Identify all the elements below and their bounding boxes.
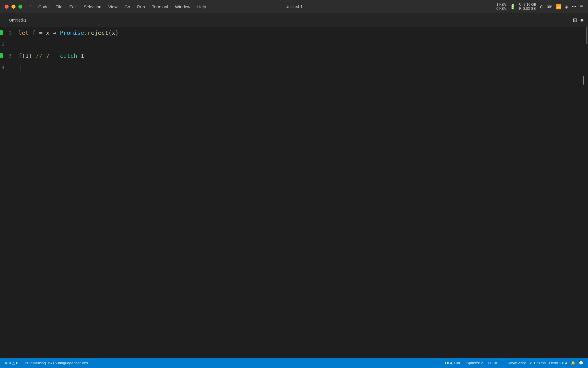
token-dot: . bbox=[84, 29, 88, 36]
token-paren-open: ( bbox=[108, 29, 112, 36]
token-fcall: f(1) bbox=[18, 52, 36, 59]
code-line-3: f(1) // ? catch 1 bbox=[15, 50, 584, 62]
status-eol[interactable]: LF bbox=[499, 361, 506, 365]
run-indicator-1 bbox=[0, 30, 3, 35]
scrollbar-thumb bbox=[586, 27, 587, 44]
status-encoding[interactable]: UTF-8 bbox=[485, 361, 498, 365]
refresh-icon: ↻ bbox=[25, 361, 28, 365]
siri-icon: ◈ bbox=[565, 4, 568, 9]
menu-window[interactable]: Window bbox=[172, 3, 193, 10]
timing-text: ✔ 1.51ms bbox=[529, 361, 546, 365]
eol-text: LF bbox=[500, 361, 505, 365]
menu-run[interactable]: Run bbox=[134, 3, 148, 10]
window-title: Untitled-1 bbox=[285, 4, 303, 9]
menu-items:  Code File Edit Selection View Go Run T… bbox=[27, 3, 496, 10]
token-arrow: ⇒ bbox=[53, 29, 56, 36]
token-catch: catch bbox=[60, 52, 77, 59]
code-line-1: let f = x ⇒ Promise . reject ( x ) bbox=[15, 27, 584, 39]
runtime-text: Deno 1.0.4 bbox=[549, 361, 567, 365]
token-cursor: | bbox=[18, 64, 22, 71]
status-bar: ⊗ 0 △ 0 ↻ Initializing JS/TS language fe… bbox=[0, 358, 588, 368]
token-let: let bbox=[18, 29, 29, 36]
menu-selection[interactable]: Selection bbox=[81, 3, 104, 10]
network-info: 1 KB/s0 KB/s bbox=[496, 3, 506, 11]
menu-help[interactable]: Help bbox=[194, 3, 209, 10]
wifi-icon: 📶 bbox=[556, 4, 562, 9]
spaces-text: Spaces: 2 bbox=[467, 361, 483, 365]
more-icon: ••• bbox=[572, 5, 576, 9]
code-line-4: | bbox=[15, 62, 584, 73]
token-one: 1 bbox=[77, 52, 84, 59]
maximize-button[interactable] bbox=[18, 5, 22, 9]
cursor-position: Ln 4, Col 1 bbox=[445, 361, 463, 365]
activity-icon: ⊙ bbox=[540, 4, 543, 9]
feedback-icon: 💬 bbox=[579, 361, 583, 365]
token-spaces bbox=[49, 52, 60, 59]
tab-bar: Untitled-1 ⊟ bbox=[0, 13, 588, 27]
battery-icon: 🔋 bbox=[510, 4, 516, 9]
token-var-f: f = x bbox=[29, 29, 53, 36]
token-space bbox=[56, 29, 60, 36]
tab-title: Untitled-1 bbox=[9, 18, 26, 22]
status-runtime[interactable]: Deno 1.0.4 bbox=[548, 361, 568, 365]
traffic-lights bbox=[5, 5, 22, 9]
editor-container: 1 2 3 4 let f = x ⇒ Promise . reject ( x bbox=[0, 27, 588, 358]
token-paren-close: ) bbox=[115, 29, 119, 36]
menu-bar:  Code File Edit Selection View Go Run T… bbox=[0, 0, 588, 13]
scrollbar[interactable] bbox=[584, 27, 588, 358]
status-language[interactable]: JavaScript bbox=[507, 361, 527, 365]
line-number-row-1: 1 bbox=[0, 27, 13, 39]
list-icon: ☰ bbox=[579, 4, 583, 9]
warning-count: 0 bbox=[16, 361, 18, 365]
status-initializing[interactable]: ↻ Initializing JS/TS language features bbox=[24, 358, 89, 368]
status-timing[interactable]: ✔ 1.51ms bbox=[528, 361, 547, 365]
token-empty-2 bbox=[18, 41, 22, 48]
line-number-row-2: 2 bbox=[0, 39, 13, 50]
status-cursor[interactable]: Ln 4, Col 1 bbox=[444, 361, 464, 365]
temperature-info: 38° bbox=[547, 5, 553, 9]
line-number-row-4: 4 bbox=[0, 62, 13, 73]
menu-view[interactable]: View bbox=[105, 3, 120, 10]
apple-menu[interactable]:  bbox=[27, 3, 34, 10]
battery-info: 🔋 bbox=[510, 4, 516, 9]
status-spaces[interactable]: Spaces: 2 bbox=[465, 361, 484, 365]
status-feedback[interactable]: 💬 bbox=[578, 361, 585, 365]
menu-file[interactable]: File bbox=[53, 3, 65, 10]
close-button[interactable] bbox=[5, 5, 9, 9]
line-num-3: 3 bbox=[5, 53, 11, 59]
language-text: JavaScript bbox=[508, 361, 526, 365]
tab-untitled[interactable]: Untitled-1 bbox=[5, 13, 31, 27]
line-num-2: 2 bbox=[2, 42, 11, 47]
line-position-indicator bbox=[583, 76, 584, 85]
split-editor-icon[interactable]: ⊟ bbox=[572, 16, 578, 24]
menu-go[interactable]: Go bbox=[121, 3, 133, 10]
line-number-row-3: 3 bbox=[0, 50, 13, 62]
status-notifications[interactable]: 🔔 bbox=[570, 361, 577, 365]
dirty-indicator bbox=[581, 19, 583, 22]
notification-icon: 🔔 bbox=[571, 361, 575, 365]
code-area[interactable]: let f = x ⇒ Promise . reject ( x ) f(1) … bbox=[15, 27, 584, 358]
token-comment: // ? bbox=[36, 52, 49, 59]
status-right: Ln 4, Col 1 Spaces: 2 UTF-8 LF JavaScrip… bbox=[444, 361, 585, 365]
run-indicator-3 bbox=[0, 53, 3, 58]
error-count: 0 bbox=[9, 361, 11, 365]
initializing-text: Initializing JS/TS language features bbox=[29, 361, 88, 365]
code-line-2 bbox=[15, 39, 584, 50]
token-promise: Promise bbox=[60, 29, 84, 36]
token-reject: reject bbox=[88, 29, 108, 36]
token-x: x bbox=[112, 29, 115, 36]
warning-icon: △ bbox=[12, 361, 15, 365]
menu-terminal[interactable]: Terminal bbox=[149, 3, 171, 10]
system-info: 1 KB/s0 KB/s 🔋 U: 7.16 GBF: 8.83 GB ⊙ 38… bbox=[496, 3, 583, 11]
gutter: 1 2 3 4 bbox=[0, 27, 15, 358]
line-num-4: 4 bbox=[2, 65, 11, 70]
menu-edit[interactable]: Edit bbox=[67, 3, 80, 10]
status-errors[interactable]: ⊗ 0 △ 0 bbox=[3, 358, 19, 368]
tab-actions: ⊟ bbox=[572, 16, 583, 24]
menu-code[interactable]: Code bbox=[35, 3, 51, 10]
encoding-text: UTF-8 bbox=[486, 361, 497, 365]
error-icon: ⊗ bbox=[5, 361, 8, 365]
memory-info: U: 7.16 GBF: 8.83 GB bbox=[519, 3, 536, 11]
line-num-1: 1 bbox=[5, 30, 11, 36]
minimize-button[interactable] bbox=[11, 5, 16, 9]
